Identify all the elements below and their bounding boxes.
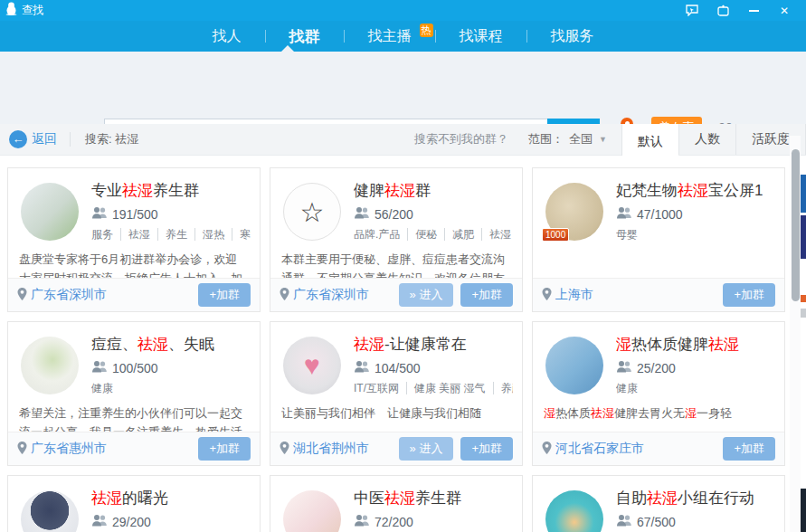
group-title: 妃梵生物祛湿宝公屏1 bbox=[616, 180, 775, 201]
close-button[interactable]: ✕ bbox=[777, 5, 792, 17]
nav-tab-3[interactable]: 找主播热 bbox=[345, 21, 435, 52]
card-footer: 广东省深圳市 » 进入 +加群 bbox=[270, 278, 522, 311]
sort-tabs: 默认人数活跃度 bbox=[621, 124, 806, 155]
sort-tab-2[interactable]: 人数 bbox=[678, 124, 735, 155]
scope-value: 全国 bbox=[569, 131, 593, 147]
join-group-button[interactable]: +加群 bbox=[723, 437, 775, 461]
card-footer: 河北省石家庄市 +加群 bbox=[533, 432, 784, 465]
group-card: 湿热体质健脾祛湿 25/200 健康 湿热体质祛湿健脾去胃火无湿一身轻 河北省石… bbox=[532, 321, 785, 466]
card-footer: 广东省惠州市 +加群 bbox=[8, 432, 260, 465]
member-count: 100/500 bbox=[112, 361, 158, 375]
nav-tabs: 找人找群找主播热找课程找服务 bbox=[0, 21, 806, 52]
back-label: 返回 bbox=[32, 131, 57, 147]
group-tag: 品牌.产品 bbox=[354, 228, 407, 241]
group-tag: 便秘 bbox=[407, 228, 444, 241]
group-title: 痘痘、祛湿、失眠 bbox=[91, 334, 251, 355]
member-count: 191/500 bbox=[112, 207, 158, 222]
members-icon bbox=[91, 361, 112, 375]
cant-find-group-link[interactable]: 搜索不到我的群？ bbox=[414, 131, 508, 147]
group-tags: 品牌.产品便秘减肥祛湿健脾 bbox=[354, 227, 513, 242]
group-tags: 母婴 bbox=[616, 227, 775, 242]
group-avatar bbox=[545, 337, 603, 394]
find-window: 查找 ✕ 找人找群找主播热找课程找服务 祛湿 ✕ bbox=[0, 0, 806, 532]
chevron-down-icon: ▼ bbox=[599, 135, 607, 144]
location-text: 上海市 bbox=[555, 287, 593, 303]
member-count: 72/200 bbox=[375, 515, 413, 529]
group-title: 祛湿-让健康常在 bbox=[354, 334, 513, 355]
feedback-icon[interactable] bbox=[685, 5, 699, 17]
group-location: 广东省深圳市 bbox=[17, 287, 107, 303]
location-text: 广东省深圳市 bbox=[31, 287, 107, 303]
member-count: 56/200 bbox=[375, 207, 413, 222]
join-group-button[interactable]: +加群 bbox=[460, 437, 513, 461]
search-band: 祛湿 ✕ 美女直播 90后 TFBOYS bbox=[0, 52, 806, 124]
location-pin-icon bbox=[17, 442, 31, 457]
group-card-grid: 专业祛湿养生群 191/500 服务祛湿养生湿热寒湿... 盘庚堂专家将于6月初… bbox=[0, 156, 792, 532]
back-arrow-icon: ← bbox=[9, 130, 27, 148]
location-pin-icon bbox=[280, 442, 293, 457]
group-card: 祛湿的曙光 29/200 +加群 bbox=[7, 475, 261, 532]
group-tag: 寒湿 bbox=[232, 228, 251, 241]
card-footer: 湖北省荆州市 » 进入 +加群 bbox=[270, 432, 522, 465]
group-location: 河北省石家庄市 bbox=[542, 441, 644, 457]
nav-tab-2[interactable]: 找群 bbox=[266, 21, 344, 52]
enter-group-button[interactable]: » 进入 bbox=[399, 437, 454, 461]
group-title: 中医祛湿养生群 bbox=[354, 488, 513, 508]
search-term-label: 搜索: 祛湿 bbox=[85, 131, 138, 147]
group-tags: 健康 bbox=[91, 381, 251, 396]
nav-tab-4[interactable]: 找课程 bbox=[436, 21, 526, 52]
join-group-button[interactable]: +加群 bbox=[460, 283, 513, 307]
divider bbox=[70, 132, 71, 147]
group-tag: 湿热 bbox=[194, 228, 232, 241]
toolbox-icon[interactable] bbox=[716, 5, 730, 17]
nav-tab-1[interactable]: 找人 bbox=[189, 21, 265, 52]
group-title: 湿热体质健脾祛湿 bbox=[616, 334, 775, 355]
group-tag: 减肥 bbox=[444, 228, 481, 241]
group-title: 专业祛湿养生群 bbox=[91, 180, 251, 201]
group-location: 广东省深圳市 bbox=[280, 287, 369, 303]
group-tags: IT/互联网健康 美丽 湿气养颜 bbox=[354, 381, 513, 396]
scope-dropdown[interactable]: 全国 ▼ bbox=[569, 131, 607, 147]
card-footer: 广东省深圳市 +加群 bbox=[8, 278, 260, 311]
group-tag: IT/互联网 bbox=[354, 382, 406, 394]
members-icon bbox=[616, 361, 637, 375]
minimize-button[interactable] bbox=[746, 5, 761, 17]
group-tags: 服务祛湿养生湿热寒湿... bbox=[91, 227, 251, 242]
location-pin-icon bbox=[280, 288, 293, 303]
join-group-button[interactable]: +加群 bbox=[198, 437, 251, 461]
group-card: 自助祛湿小组在行动 67/500 +加群 bbox=[532, 475, 785, 532]
group-location: 湖北省荆州市 bbox=[280, 441, 369, 457]
location-pin-icon bbox=[542, 288, 555, 303]
members-icon bbox=[91, 515, 112, 529]
group-avatar bbox=[21, 490, 79, 532]
members-icon bbox=[616, 515, 637, 529]
card-footer: 上海市 +加群 bbox=[533, 278, 784, 311]
background-window-sliver bbox=[801, 309, 806, 318]
members-icon bbox=[354, 515, 375, 529]
back-button[interactable]: ← 返回 bbox=[0, 130, 70, 148]
group-tag: 养生 bbox=[157, 228, 194, 241]
qq-logo-icon bbox=[5, 2, 17, 19]
group-card: ☆ 健脾祛湿群 56/200 品牌.产品便秘减肥祛湿健脾 本群主要用于便秘、虚胖… bbox=[270, 167, 523, 312]
group-tag: 健康 bbox=[616, 382, 645, 394]
title-bar: 查找 ✕ bbox=[0, 0, 806, 21]
group-tags: 健康 bbox=[616, 381, 775, 396]
active-tab-pointer bbox=[281, 45, 294, 52]
join-group-button[interactable]: +加群 bbox=[723, 283, 775, 307]
group-avatar: 1000 bbox=[545, 183, 603, 241]
join-group-button[interactable]: +加群 bbox=[198, 283, 251, 307]
group-tag: 祛湿 bbox=[481, 228, 513, 241]
background-window-sliver bbox=[801, 295, 806, 302]
sort-tab-1[interactable]: 默认 bbox=[621, 124, 678, 160]
hot-badge: 热 bbox=[420, 24, 433, 37]
group-card: 1000 妃梵生物祛湿宝公屏1 47/1000 母婴 上海市 +加群 bbox=[532, 167, 785, 312]
background-window-sliver bbox=[801, 175, 806, 213]
enter-group-button[interactable]: » 进入 bbox=[399, 283, 454, 307]
group-title: 祛湿的曙光 bbox=[91, 488, 251, 508]
group-tag: 服务 bbox=[91, 228, 120, 241]
members-icon bbox=[616, 207, 637, 222]
nav-tab-5[interactable]: 找服务 bbox=[527, 21, 618, 52]
member-count: 104/500 bbox=[375, 361, 421, 375]
scrollbar-thumb[interactable] bbox=[792, 149, 800, 301]
window-title: 查找 bbox=[22, 3, 43, 18]
